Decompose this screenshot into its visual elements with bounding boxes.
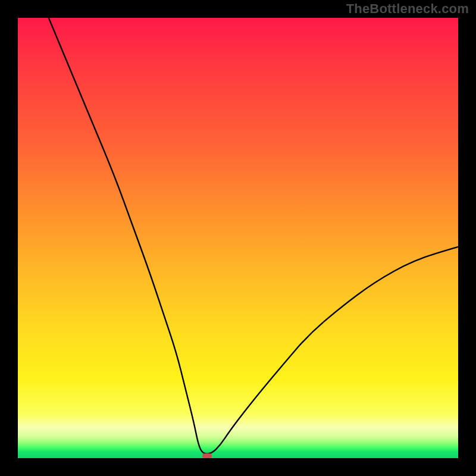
plot-area (18, 18, 458, 458)
chart-frame: TheBottleneck.com (0, 0, 476, 476)
watermark-text: TheBottleneck.com (346, 1, 469, 17)
minimum-marker (202, 453, 212, 458)
bottleneck-curve-svg (18, 18, 458, 458)
bottleneck-curve-path (49, 18, 458, 454)
